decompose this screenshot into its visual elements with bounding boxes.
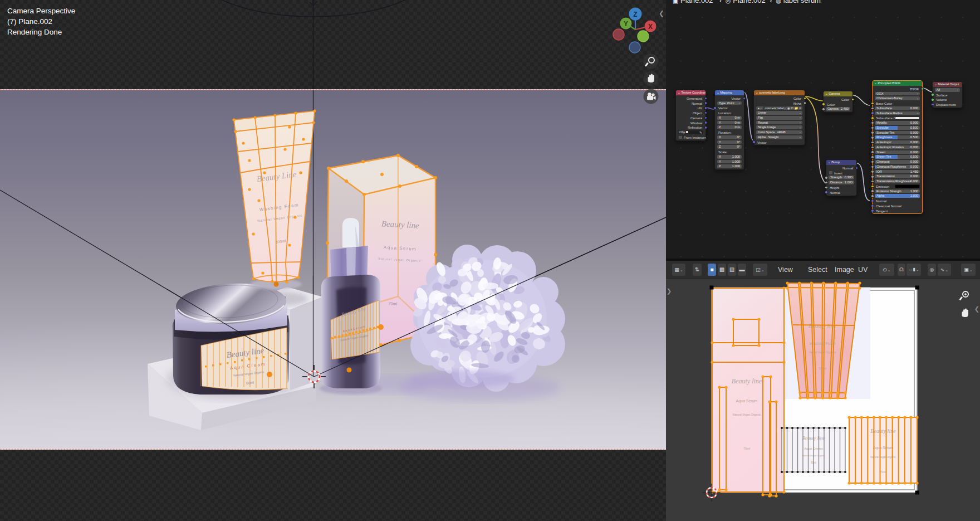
svg-text:Y: Y (624, 20, 628, 28)
svg-text:Z: Z (633, 11, 637, 18)
svg-text:70ml: 70ml (880, 470, 886, 474)
svg-text:Aqua Serum: Aqua Serum (873, 446, 893, 450)
svg-text:X: X (648, 23, 653, 31)
svg-text:Beauty line: Beauty line (732, 377, 762, 385)
svg-text:70ml: 70ml (743, 447, 750, 450)
svg-text:70ml: 70ml (389, 301, 398, 306)
svg-text:Aqua Serum: Aqua Serum (736, 399, 758, 403)
svg-text:Natural Vegan Organic: Natural Vegan Organic (733, 413, 761, 416)
